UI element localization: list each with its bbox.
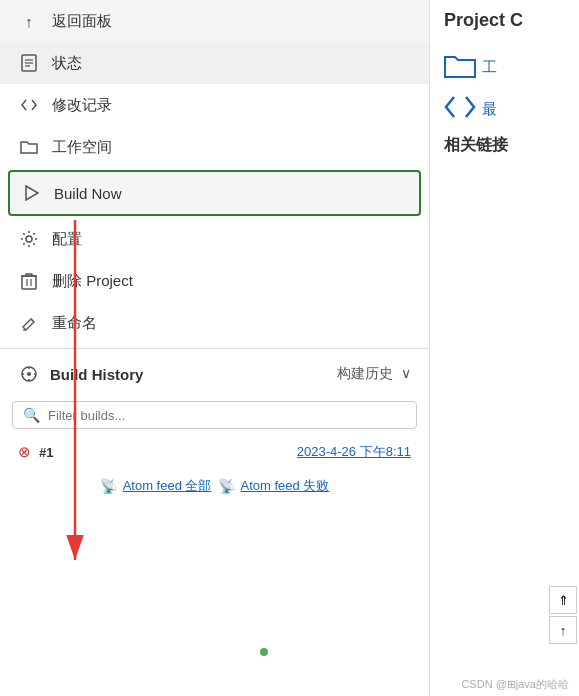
project-title: Project C (444, 10, 565, 31)
svg-point-13 (27, 372, 31, 376)
scroll-up-button[interactable]: ↑ (549, 616, 577, 644)
changes-label: 修改记录 (52, 96, 112, 115)
back-icon: ↑ (18, 10, 40, 32)
scroll-top-button[interactable]: ⇑ (549, 586, 577, 614)
green-indicator (260, 648, 268, 656)
atom-feed-fail-link[interactable]: Atom feed 失败 (241, 477, 330, 495)
delete-label: 删除 Project (52, 272, 133, 291)
svg-line-10 (31, 319, 34, 322)
back-button[interactable]: ↑ 返回面板 (0, 0, 429, 42)
svg-marker-4 (26, 186, 38, 200)
build-history-icon (18, 363, 40, 385)
right-related-links: 相关链接 (444, 135, 565, 156)
config-label: 配置 (52, 230, 82, 249)
right-code-row: 最 (444, 93, 565, 125)
sidebar-item-rename[interactable]: 重命名 (0, 302, 429, 344)
right-icons-area: 工 最 相关链接 (444, 51, 565, 156)
svg-rect-6 (22, 276, 36, 289)
scroll-buttons: ⇑ ↑ (549, 586, 577, 644)
trash-icon (18, 270, 40, 292)
scroll-up-icon: ↑ (560, 623, 567, 638)
build-list-item[interactable]: ⊗ #1 2023-4-26 下午8:11 (0, 435, 429, 469)
build-search-box[interactable]: 🔍 (12, 401, 417, 429)
workspace-label: 工作空间 (52, 138, 112, 157)
search-icon: 🔍 (23, 407, 40, 423)
build-search-input[interactable] (48, 408, 406, 423)
atom-feed-icon-all: 📡 (100, 478, 117, 494)
document-icon (18, 52, 40, 74)
rename-label: 重命名 (52, 314, 97, 333)
gear-icon (18, 228, 40, 250)
right-folder-icon (444, 51, 476, 83)
sidebar-item-changes[interactable]: 修改记录 (0, 84, 429, 126)
build-history-cn: 构建历史 ∨ (337, 365, 411, 383)
sidebar-item-config[interactable]: 配置 (0, 218, 429, 260)
divider (0, 348, 429, 349)
folder-icon (18, 136, 40, 158)
svg-point-5 (26, 236, 32, 242)
sidebar-item-build-now[interactable]: Build Now (8, 170, 421, 216)
build-date-link[interactable]: 2023-4-26 下午8:11 (297, 443, 411, 461)
play-icon (20, 182, 42, 204)
atom-feed-row: 📡 Atom feed 全部 📡 Atom feed 失败 (0, 469, 429, 503)
watermark: CSDN @⊞java的哈哈 (461, 677, 569, 692)
code-icon (18, 94, 40, 116)
status-label: 状态 (52, 54, 82, 73)
right-folder-text: 工 (482, 58, 497, 77)
back-label: 返回面板 (52, 12, 112, 31)
atom-feed-icon-fail: 📡 (218, 478, 235, 494)
atom-feed-all-link[interactable]: Atom feed 全部 (123, 477, 212, 495)
build-now-label: Build Now (54, 185, 122, 202)
right-code-icon (444, 93, 476, 125)
build-history-title: Build History (50, 366, 143, 383)
chevron-down-icon: ∨ (401, 365, 411, 381)
build-history-header: Build History 构建历史 ∨ (0, 353, 429, 395)
sidebar-item-status[interactable]: 状态 (0, 42, 429, 84)
right-folder-row: 工 (444, 51, 565, 83)
sidebar-item-workspace[interactable]: 工作空间 (0, 126, 429, 168)
build-error-icon: ⊗ (18, 443, 31, 461)
edit-icon (18, 312, 40, 334)
right-code-text: 最 (482, 100, 497, 119)
build-number: #1 (39, 445, 53, 460)
scroll-top-icon: ⇑ (558, 593, 569, 608)
sidebar-item-delete[interactable]: 删除 Project (0, 260, 429, 302)
